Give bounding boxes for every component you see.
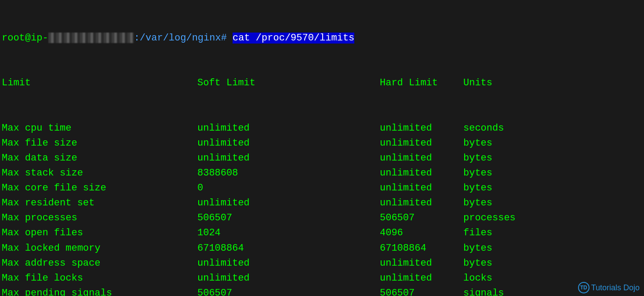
limit-name: Max file locks: [2, 271, 197, 286]
soft-limit: 8388608: [197, 166, 380, 181]
units: bytes: [463, 241, 492, 256]
table-row: Max pending signals506507506507signals: [2, 286, 644, 296]
table-row: Max cpu timeunlimitedunlimitedseconds: [2, 121, 644, 136]
units: bytes: [463, 136, 492, 151]
limit-name: Max resident set: [2, 196, 197, 211]
soft-limit: 506507: [197, 286, 380, 296]
header-hard: Hard Limit: [380, 76, 463, 91]
table-row: Max resident setunlimitedunlimitedbytes: [2, 196, 644, 211]
soft-limit: unlimited: [197, 256, 380, 271]
soft-limit: unlimited: [197, 136, 380, 151]
soft-limit: unlimited: [197, 121, 380, 136]
table-row: Max address spaceunlimitedunlimitedbytes: [2, 256, 644, 271]
hard-limit: unlimited: [380, 256, 463, 271]
units: files: [463, 226, 492, 241]
hard-limit: unlimited: [380, 196, 463, 211]
units: bytes: [463, 151, 492, 166]
limit-name: Max core file size: [2, 181, 197, 196]
hard-limit: unlimited: [380, 271, 463, 286]
soft-limit: 0: [197, 181, 380, 196]
limit-name: Max data size: [2, 151, 197, 166]
limit-name: Max processes: [2, 211, 197, 226]
table-row: Max core file size0unlimitedbytes: [2, 181, 644, 196]
limit-name: Max cpu time: [2, 121, 197, 136]
hard-limit: 67108864: [380, 241, 463, 256]
limit-name: Max open files: [2, 226, 197, 241]
table-row: Max file locksunlimitedunlimitedlocks: [2, 271, 644, 286]
units: bytes: [463, 196, 492, 211]
prompt-path: :/var/log/nginx#: [134, 33, 227, 44]
units: bytes: [463, 256, 492, 271]
table-row: Max processes506507506507processes: [2, 211, 644, 226]
redacted-ip: [48, 33, 134, 43]
watermark-badge: TD: [578, 282, 589, 293]
units: signals: [463, 286, 504, 296]
table-row: Max data sizeunlimitedunlimitedbytes: [2, 151, 644, 166]
soft-limit: unlimited: [197, 271, 380, 286]
terminal-output[interactable]: root@ip-:/var/log/nginx# cat /proc/9570/…: [0, 0, 644, 296]
soft-limit: 1024: [197, 226, 380, 241]
hard-limit: unlimited: [380, 151, 463, 166]
limit-name: Max pending signals: [2, 286, 197, 296]
hard-limit: 506507: [380, 286, 463, 296]
hard-limit: 506507: [380, 211, 463, 226]
hard-limit: unlimited: [380, 136, 463, 151]
limit-name: Max file size: [2, 136, 197, 151]
units: processes: [463, 211, 516, 226]
limit-name: Max locked memory: [2, 241, 197, 256]
soft-limit: unlimited: [197, 151, 380, 166]
hard-limit: unlimited: [380, 121, 463, 136]
hard-limit: unlimited: [380, 166, 463, 181]
soft-limit: 67108864: [197, 241, 380, 256]
units: seconds: [463, 121, 504, 136]
units: bytes: [463, 166, 492, 181]
prompt-user: root@ip-: [2, 33, 48, 44]
header-soft: Soft Limit: [197, 76, 380, 91]
hard-limit: unlimited: [380, 181, 463, 196]
watermark: TD Tutorials Dojo: [578, 282, 640, 293]
table-row: Max open files10244096files: [2, 226, 644, 241]
prompt-line: root@ip-:/var/log/nginx# cat /proc/9570/…: [2, 31, 644, 46]
table-row: Max locked memory6710886467108864bytes: [2, 241, 644, 256]
hard-limit: 4096: [380, 226, 463, 241]
units: bytes: [463, 181, 492, 196]
table-row: Max stack size8388608unlimitedbytes: [2, 166, 644, 181]
limit-name: Max address space: [2, 256, 197, 271]
header-units: Units: [463, 76, 492, 91]
command-text: cat /proc/9570/limits: [233, 33, 354, 44]
watermark-text: Tutorials Dojo: [591, 283, 640, 292]
limit-name: Max stack size: [2, 166, 197, 181]
table-row: Max file sizeunlimitedunlimitedbytes: [2, 136, 644, 151]
header-limit: Limit: [2, 76, 197, 91]
units: locks: [463, 271, 492, 286]
header-row: LimitSoft LimitHard LimitUnits: [2, 76, 644, 91]
soft-limit: unlimited: [197, 196, 380, 211]
soft-limit: 506507: [197, 211, 380, 226]
